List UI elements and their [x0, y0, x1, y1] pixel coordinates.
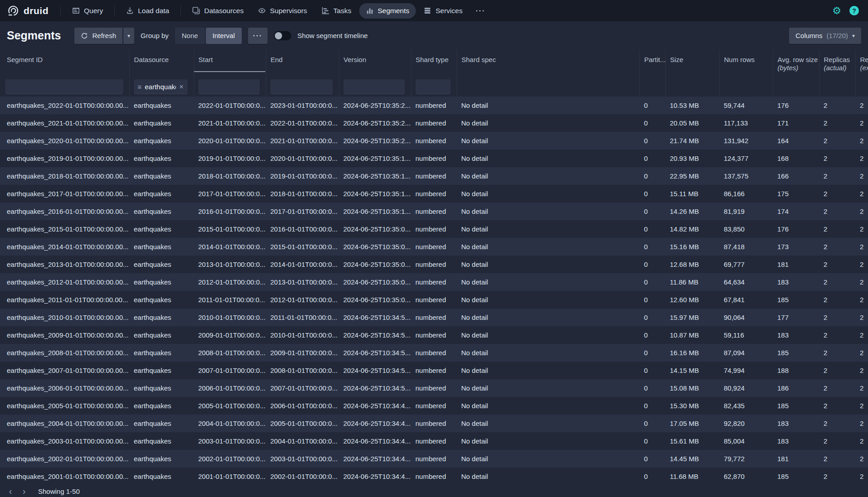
segment-row[interactable]: earthquakes_2004-01-01T00:00:00.00... ea… [0, 415, 868, 432]
segment-row[interactable]: earthquakes_2021-01-01T00:00:00.00... ea… [0, 114, 868, 132]
cell-end: 2019-01-01T00:00:0... [266, 167, 339, 185]
cell-shard-spec: No detail [457, 185, 639, 203]
segment-timeline-toggle[interactable] [274, 31, 291, 40]
segment-row[interactable]: earthquakes_2017-01-01T00:00:00.00... ea… [0, 185, 868, 203]
segment-row[interactable]: earthquakes_2008-01-01T00:00:00.00... ea… [0, 344, 868, 362]
filter-version-input[interactable] [344, 79, 405, 94]
col-header-datasource[interactable]: Datasource [129, 50, 194, 76]
cell-replicas: 2 [819, 309, 855, 326]
brand[interactable]: druid [7, 5, 56, 17]
cell-shard-spec: No detail [457, 114, 639, 132]
col-header-replication-factor[interactable]: Replication factor(expected) [855, 50, 868, 76]
cell-datasource: earthquakes [129, 220, 194, 238]
segment-row[interactable]: earthquakes_2012-01-01T00:00:00.00... ea… [0, 273, 868, 291]
more-options-button[interactable]: ··· [248, 28, 268, 44]
group-by-interval-button[interactable]: Interval [206, 28, 242, 44]
col-header-version[interactable]: Version [339, 50, 411, 76]
nav-item-tasks[interactable]: Tasks [315, 3, 358, 19]
cell-shard-type: numbered [411, 220, 457, 238]
cell-segment-id: earthquakes_2015-01-01T00:00:00.00... [0, 220, 129, 238]
segment-row[interactable]: earthquakes_2002-01-01T00:00:00.00... ea… [0, 450, 868, 468]
cell-shard-type: numbered [411, 309, 457, 326]
cell-version: 2024-06-25T10:34:5... [339, 344, 411, 362]
filter-segment-id-input[interactable] [5, 79, 123, 94]
cell-start: 2008-01-01T00:00:0... [194, 344, 266, 362]
segment-row[interactable]: earthquakes_2007-01-01T00:00:00.00... ea… [0, 362, 868, 379]
cell-avg-row-size: 168 [773, 150, 819, 167]
cell-segment-id: earthquakes_2003-01-01T00:00:00.00... [0, 432, 129, 450]
next-page-button[interactable]: › [18, 486, 30, 497]
col-header-segment-id[interactable]: Segment ID [0, 50, 129, 76]
cell-size: 12.68 MB [665, 256, 719, 273]
col-header-partition[interactable]: Partit... [639, 50, 665, 76]
cell-num-rows: 117,133 [719, 114, 773, 132]
col-header-start[interactable]: Start [194, 50, 266, 76]
cell-segment-id: earthquakes_2014-01-01T00:00:00.00... [0, 238, 129, 256]
cell-replicas: 2 [819, 397, 855, 415]
columns-button[interactable]: Columns (17/20) ▾ [789, 28, 861, 44]
segment-row[interactable]: earthquakes_2014-01-01T00:00:00.00... ea… [0, 238, 868, 256]
nav-item-load-data[interactable]: Load data [119, 3, 176, 19]
previous-page-button[interactable]: ‹ [5, 486, 16, 497]
cell-shard-spec: No detail [457, 362, 639, 379]
cell-end: 2015-01-01T00:00:0... [266, 238, 339, 256]
col-header-end[interactable]: End [266, 50, 339, 76]
refresh-button[interactable]: Refresh [74, 28, 122, 44]
col-header-avg-row-size[interactable]: Avg. row size(bytes) [773, 50, 819, 76]
segment-row[interactable]: earthquakes_2018-01-01T00:00:00.00... ea… [0, 167, 868, 185]
cell-partition: 0 [639, 167, 665, 185]
segment-row[interactable]: earthquakes_2015-01-01T00:00:00.00... ea… [0, 220, 868, 238]
segment-row[interactable]: earthquakes_2022-01-01T00:00:00.00... ea… [0, 97, 868, 114]
col-header-shard-type[interactable]: Shard type [411, 50, 457, 76]
col-header-size[interactable]: Size [665, 50, 719, 76]
load-data-icon [126, 7, 134, 14]
nav-more-button[interactable]: ··· [470, 3, 491, 19]
segment-row[interactable]: earthquakes_2011-01-01T00:00:00.00... ea… [0, 291, 868, 309]
segment-row[interactable]: earthquakes_2010-01-01T00:00:00.00... ea… [0, 309, 868, 326]
cell-num-rows: 87,418 [719, 238, 773, 256]
col-header-shard-spec[interactable]: Shard spec [457, 50, 639, 76]
nav-item-services[interactable]: Services [417, 3, 469, 19]
nav-item-datasources[interactable]: Datasources [185, 3, 250, 19]
remove-filter-icon[interactable]: × [179, 83, 183, 91]
cell-replication-factor: 2 [855, 150, 868, 167]
nav-item-supervisors[interactable]: Supervisors [251, 3, 314, 19]
cell-replication-factor: 2 [855, 379, 868, 397]
cell-avg-row-size: 173 [773, 238, 819, 256]
col-header-num-rows[interactable]: Num rows [719, 50, 773, 76]
segment-row[interactable]: earthquakes_2016-01-01T00:00:00.00... ea… [0, 203, 868, 220]
filter-start-input[interactable] [199, 79, 259, 94]
segment-row[interactable]: earthquakes_2019-01-01T00:00:00.00... ea… [0, 150, 868, 167]
segment-row[interactable]: earthquakes_2009-01-01T00:00:00.00... ea… [0, 326, 868, 344]
filter-shard-type-input[interactable] [416, 79, 450, 94]
nav-label: Load data [138, 7, 169, 15]
cell-shard-type: numbered [411, 344, 457, 362]
cell-replicas: 2 [819, 150, 855, 167]
help-icon[interactable]: ? [849, 6, 859, 15]
segment-row[interactable]: earthquakes_2006-01-01T00:00:00.00... ea… [0, 379, 868, 397]
cell-partition: 0 [639, 450, 665, 468]
cell-segment-id: earthquakes_2010-01-01T00:00:00.00... [0, 309, 129, 326]
segment-row[interactable]: earthquakes_2001-01-01T00:00:00.00... ea… [0, 468, 868, 485]
cell-segment-id: earthquakes_2002-01-01T00:00:00.00... [0, 450, 129, 468]
nav-item-query[interactable]: Query [65, 3, 110, 19]
refresh-options-caret-button[interactable]: ▾ [123, 28, 134, 44]
cell-replication-factor: 2 [855, 238, 868, 256]
cell-version: 2024-06-25T10:34:4... [339, 450, 411, 468]
nav-item-segments[interactable]: Segments [359, 3, 416, 19]
segment-row[interactable]: earthquakes_2020-01-01T00:00:00.00... ea… [0, 132, 868, 150]
segment-row[interactable]: earthquakes_2013-01-01T00:00:00.00... ea… [0, 256, 868, 273]
filter-datasource-input[interactable]: ≡ earthquakes × [134, 79, 187, 94]
columns-count: (17/20) [826, 32, 848, 39]
segment-row[interactable]: earthquakes_2005-01-01T00:00:00.00... ea… [0, 397, 868, 415]
filter-end-input[interactable] [271, 79, 332, 94]
group-by-none-button[interactable]: None [175, 28, 205, 44]
segment-row[interactable]: earthquakes_2003-01-01T00:00:00.00... ea… [0, 432, 868, 450]
cell-num-rows: 67,841 [719, 291, 773, 309]
col-header-replicas[interactable]: Replicas(actual) [819, 50, 855, 76]
cell-replication-factor: 2 [855, 344, 868, 362]
segment-timeline-label: Show segment timeline [297, 32, 368, 39]
cell-datasource: earthquakes [129, 185, 194, 203]
settings-gear-icon[interactable]: ⚙ [832, 6, 841, 16]
cell-start: 2014-01-01T00:00:0... [194, 238, 266, 256]
